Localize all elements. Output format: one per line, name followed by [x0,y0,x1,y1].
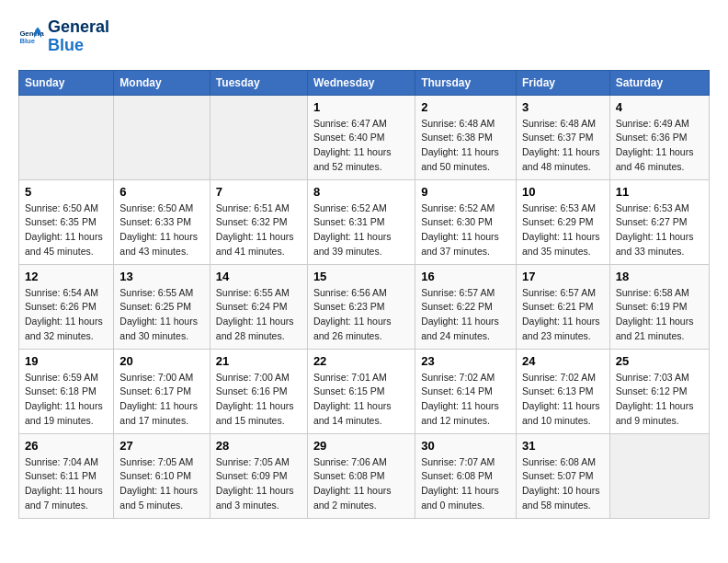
week-row-5: 26 Sunrise: 7:04 AM Sunset: 6:11 PM Dayl… [19,433,710,518]
daylight-label: Daylight: 11 hours and 12 minutes. [421,400,499,426]
week-row-3: 12 Sunrise: 6:54 AM Sunset: 6:26 PM Dayl… [19,264,710,349]
cell-1-5: 10 Sunrise: 6:53 AM Sunset: 6:29 PM Dayl… [516,179,609,264]
day-info: Sunrise: 6:51 AM Sunset: 6:32 PM Dayligh… [216,201,301,259]
sunset-label: Sunset: 6:16 PM [216,385,288,396]
day-info: Sunrise: 6:08 AM Sunset: 5:07 PM Dayligh… [522,455,604,513]
sunrise-label: Sunrise: 7:00 AM [216,372,290,383]
daylight-label: Daylight: 11 hours and 23 minutes. [522,316,600,341]
day-info: Sunrise: 6:55 AM Sunset: 6:24 PM Dayligh… [216,286,301,344]
sunrise-label: Sunrise: 6:50 AM [119,202,193,213]
daylight-label: Daylight: 11 hours and 39 minutes. [313,231,392,257]
daylight-label: Daylight: 11 hours and 41 minutes. [216,231,294,257]
sunrise-label: Sunrise: 7:01 AM [313,372,387,383]
sunrise-label: Sunrise: 6:54 AM [25,287,98,298]
calendar-table: SundayMondayTuesdayWednesdayThursdayFrid… [18,70,710,519]
cell-1-0: 5 Sunrise: 6:50 AM Sunset: 6:35 PM Dayli… [19,179,114,264]
day-info: Sunrise: 7:05 AM Sunset: 6:10 PM Dayligh… [119,455,204,513]
sunset-label: Sunset: 6:40 PM [313,132,385,143]
daylight-label: Daylight: 11 hours and 17 minutes. [119,400,198,426]
day-number: 9 [421,185,510,199]
day-info: Sunrise: 7:02 AM Sunset: 6:13 PM Dayligh… [522,371,604,429]
week-row-1: 1 Sunrise: 6:47 AM Sunset: 6:40 PM Dayli… [19,95,710,179]
sunrise-label: Sunrise: 6:59 AM [25,372,98,383]
sunrise-label: Sunrise: 6:58 AM [616,287,689,298]
header-thursday: Thursday [415,70,517,95]
sunset-label: Sunset: 6:26 PM [25,301,97,312]
sunrise-label: Sunrise: 7:07 AM [421,456,495,467]
header-row: SundayMondayTuesdayWednesdayThursdayFrid… [19,70,710,95]
daylight-label: Daylight: 11 hours and 7 minutes. [25,485,103,511]
sunset-label: Sunset: 6:31 PM [313,216,385,227]
sunset-label: Sunset: 6:15 PM [313,385,385,396]
cell-1-1: 6 Sunrise: 6:50 AM Sunset: 6:33 PM Dayli… [114,179,210,264]
day-number: 21 [216,354,301,368]
cell-0-6: 4 Sunrise: 6:49 AM Sunset: 6:36 PM Dayli… [609,95,709,179]
daylight-label: Daylight: 11 hours and 33 minutes. [616,231,694,257]
daylight-label: Daylight: 11 hours and 50 minutes. [421,146,499,172]
svg-text:Blue: Blue [19,37,35,45]
day-info: Sunrise: 6:52 AM Sunset: 6:31 PM Dayligh… [313,201,409,259]
day-info: Sunrise: 6:57 AM Sunset: 6:21 PM Dayligh… [522,286,604,344]
sunrise-label: Sunrise: 6:55 AM [216,287,290,298]
header-friday: Friday [516,70,609,95]
day-number: 20 [119,354,204,368]
cell-0-4: 2 Sunrise: 6:48 AM Sunset: 6:38 PM Dayli… [415,95,517,179]
daylight-label: Daylight: 11 hours and 26 minutes. [313,316,392,341]
day-info: Sunrise: 6:48 AM Sunset: 6:37 PM Dayligh… [522,117,604,175]
sunrise-label: Sunrise: 7:05 AM [119,456,193,467]
daylight-label: Daylight: 11 hours and 15 minutes. [216,400,294,426]
day-info: Sunrise: 6:53 AM Sunset: 6:27 PM Dayligh… [616,201,703,259]
day-info: Sunrise: 7:03 AM Sunset: 6:12 PM Dayligh… [616,371,703,429]
cell-3-2: 21 Sunrise: 7:00 AM Sunset: 6:16 PM Dayl… [210,349,307,433]
sunset-label: Sunset: 6:18 PM [25,385,97,396]
cell-4-0: 26 Sunrise: 7:04 AM Sunset: 6:11 PM Dayl… [19,433,114,518]
sunset-label: Sunset: 6:11 PM [25,470,97,481]
day-number: 25 [616,354,703,368]
sunset-label: Sunset: 6:12 PM [616,385,688,396]
day-number: 13 [119,270,204,283]
day-number: 31 [522,439,604,453]
daylight-label: Daylight: 11 hours and 52 minutes. [313,146,392,172]
cell-2-1: 13 Sunrise: 6:55 AM Sunset: 6:25 PM Dayl… [114,264,210,349]
cell-3-4: 23 Sunrise: 7:02 AM Sunset: 6:14 PM Dayl… [415,349,517,433]
sunrise-label: Sunrise: 6:55 AM [119,287,193,298]
day-number: 14 [216,270,301,283]
day-info: Sunrise: 6:50 AM Sunset: 6:33 PM Dayligh… [119,201,204,259]
daylight-label: Daylight: 11 hours and 28 minutes. [216,316,294,341]
sunset-label: Sunset: 6:30 PM [421,216,493,227]
week-row-4: 19 Sunrise: 6:59 AM Sunset: 6:18 PM Dayl… [19,349,710,433]
day-number: 22 [313,354,409,368]
sunrise-label: Sunrise: 7:02 AM [421,372,495,383]
sunrise-label: Sunrise: 6:57 AM [522,287,596,298]
cell-3-5: 24 Sunrise: 7:02 AM Sunset: 6:13 PM Dayl… [516,349,609,433]
day-number: 19 [25,354,108,368]
cell-3-6: 25 Sunrise: 7:03 AM Sunset: 6:12 PM Dayl… [609,349,709,433]
day-number: 29 [313,439,409,453]
day-info: Sunrise: 6:50 AM Sunset: 6:35 PM Dayligh… [25,201,108,259]
day-info: Sunrise: 7:00 AM Sunset: 6:16 PM Dayligh… [216,371,301,429]
sunrise-label: Sunrise: 6:48 AM [421,118,495,129]
day-number: 3 [522,100,604,114]
logo-text-line1: General [48,18,109,37]
daylight-label: Daylight: 11 hours and 14 minutes. [313,400,392,426]
sunset-label: Sunset: 6:21 PM [522,301,594,312]
header-monday: Monday [114,70,210,95]
day-info: Sunrise: 6:55 AM Sunset: 6:25 PM Dayligh… [119,286,204,344]
day-number: 28 [216,439,301,453]
cell-4-1: 27 Sunrise: 7:05 AM Sunset: 6:10 PM Dayl… [114,433,210,518]
logo-text-line2: Blue [48,37,109,55]
cell-1-4: 9 Sunrise: 6:52 AM Sunset: 6:30 PM Dayli… [415,179,517,264]
sunrise-label: Sunrise: 6:52 AM [421,202,495,213]
day-info: Sunrise: 7:00 AM Sunset: 6:17 PM Dayligh… [119,371,204,429]
day-number: 4 [616,100,703,114]
sunrise-label: Sunrise: 7:03 AM [616,372,689,383]
day-info: Sunrise: 7:05 AM Sunset: 6:09 PM Dayligh… [216,455,301,513]
header-wednesday: Wednesday [307,70,415,95]
header-saturday: Saturday [609,70,709,95]
calendar-header: SundayMondayTuesdayWednesdayThursdayFrid… [19,70,710,95]
daylight-label: Daylight: 11 hours and 30 minutes. [119,316,198,341]
cell-2-6: 18 Sunrise: 6:58 AM Sunset: 6:19 PM Dayl… [609,264,709,349]
day-info: Sunrise: 6:58 AM Sunset: 6:19 PM Dayligh… [616,286,703,344]
day-number: 12 [25,270,108,283]
day-number: 11 [616,185,703,199]
